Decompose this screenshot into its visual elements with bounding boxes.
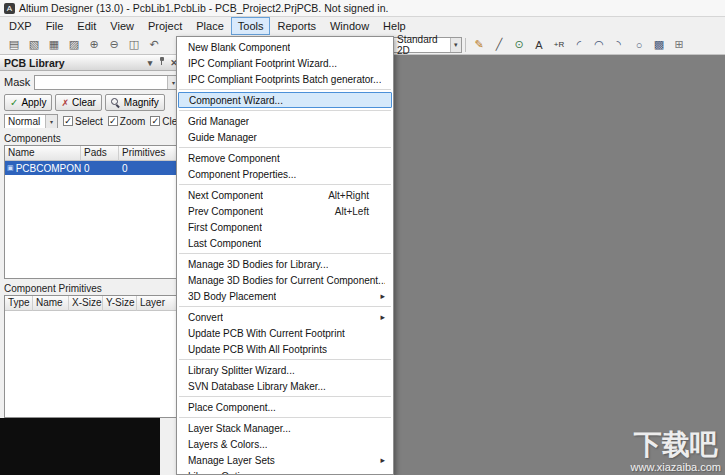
menubar-item-place[interactable]: Place	[189, 17, 231, 35]
save-icon[interactable]: ▦	[44, 37, 64, 53]
clear-button[interactable]: ✗ Clear	[55, 94, 101, 111]
column-header-x-size[interactable]: X-Size	[69, 296, 103, 311]
window-titlebar[interactable]: A Altium Designer (13.0) - PcbLib1.PcbLi…	[0, 0, 725, 17]
mask-input[interactable]: ▾	[34, 75, 180, 90]
menu-item-label: Update PCB With Current Footprint	[188, 328, 345, 339]
arc-center-tool-icon[interactable]: ◠	[589, 37, 609, 53]
menu-separator	[179, 396, 391, 397]
menu-item-ipc-compliant-footprints-batch-generator[interactable]: IPC Compliant Footprints Batch generator…	[177, 71, 393, 87]
menu-item-shortcut: Alt+Left	[335, 206, 385, 217]
column-header-primitives[interactable]: Primitives	[119, 146, 179, 161]
menu-item-guide-manager[interactable]: Guide Manager	[177, 129, 393, 145]
menu-item-next-component[interactable]: Next ComponentAlt+Right	[177, 187, 393, 203]
line-tool-icon[interactable]: ╱	[489, 37, 509, 53]
panel-header: PCB Library ▾ ✕	[0, 55, 184, 71]
checkbox-group: ✓Select✓Zoom✓Clear Existing	[63, 116, 180, 127]
watermark-text: 下载吧	[631, 430, 721, 461]
checkbox-icon: ✓	[108, 116, 118, 126]
pencil-icon[interactable]: ✎	[469, 37, 489, 53]
text-tool-icon[interactable]: A	[529, 37, 549, 53]
full-circle-tool-icon[interactable]: ○	[629, 37, 649, 53]
checkbox-select[interactable]: ✓Select	[63, 116, 103, 127]
print-icon[interactable]: ▨	[64, 37, 84, 53]
menu-item-update-pcb-with-all-footprints[interactable]: Update PCB With All Footprints	[177, 341, 393, 357]
menu-item-library-splitter-wizard[interactable]: Library Splitter Wizard...	[177, 362, 393, 378]
designator-tool-icon[interactable]: +R	[549, 37, 569, 53]
menu-separator	[179, 89, 391, 90]
menu-item-svn-database-library-maker[interactable]: SVN Database Library Maker...	[177, 378, 393, 394]
menu-item-last-component[interactable]: Last Component	[177, 235, 393, 251]
menubar-item-dxp[interactable]: DXP	[2, 17, 39, 35]
menu-item-first-component[interactable]: First Component	[177, 219, 393, 235]
components-list-header: Name Pads Primitives	[5, 146, 179, 161]
menubar-item-view[interactable]: View	[103, 17, 141, 35]
column-header-type[interactable]: Type	[5, 296, 33, 311]
menubar-item-reports[interactable]: Reports	[270, 17, 323, 35]
zoom-out-icon[interactable]: ⊖	[104, 37, 124, 53]
menubar-item-window[interactable]: Window	[323, 17, 376, 35]
menu-separator	[179, 359, 391, 360]
menu-item-component-wizard[interactable]: Component Wizard...	[178, 92, 392, 108]
magnify-button[interactable]: Magnify	[105, 94, 165, 111]
column-header-pads[interactable]: Pads	[81, 146, 119, 161]
component-name-cell: ▣PCBCOMPONENT_	[5, 163, 81, 174]
check-icon: ✓	[10, 97, 18, 108]
arc-edge-tool-icon[interactable]: ◜	[569, 37, 589, 53]
menu-item-3d-body-placement[interactable]: 3D Body Placement▸	[177, 288, 393, 304]
column-header-y-size[interactable]: Y-Size	[103, 296, 137, 311]
submenu-arrow-icon: ▸	[380, 312, 385, 322]
menu-item-manage-3d-bodies-for-current-component[interactable]: Manage 3D Bodies for Current Component..…	[177, 272, 393, 288]
menubar-item-project[interactable]: Project	[141, 17, 189, 35]
magnify-button-label: Magnify	[124, 97, 159, 108]
menu-item-ipc-compliant-footprint-wizard[interactable]: IPC Compliant Footprint Wizard...	[177, 55, 393, 71]
fit-document-icon[interactable]: ◫	[124, 37, 144, 53]
components-list: Name Pads Primitives ▣PCBCOMPONENT_00	[4, 145, 180, 279]
menu-item-label: New Blank Component	[188, 42, 290, 53]
menu-item-new-blank-component[interactable]: New Blank Component	[177, 39, 393, 55]
menu-item-place-component[interactable]: Place Component...	[177, 399, 393, 415]
zoom-in-icon[interactable]: ⊕	[84, 37, 104, 53]
pad-tool-icon[interactable]: ⊙	[509, 37, 529, 53]
menu-item-manage-layer-sets[interactable]: Manage Layer Sets▸	[177, 452, 393, 468]
menu-item-manage-3d-bodies-for-library[interactable]: Manage 3D Bodies for Library...	[177, 256, 393, 272]
pin-icon[interactable]	[156, 56, 168, 69]
menu-item-prev-component[interactable]: Prev ComponentAlt+Left	[177, 203, 393, 219]
menu-item-layer-stack-manager[interactable]: Layer Stack Manager...	[177, 420, 393, 436]
menu-item-convert[interactable]: Convert▸	[177, 309, 393, 325]
checkbox-zoom[interactable]: ✓Zoom	[108, 116, 146, 127]
watermark-url: www.xiazaiba.com	[631, 461, 721, 473]
menu-item-label: Next Component	[188, 190, 263, 201]
menubar-item-edit[interactable]: Edit	[70, 17, 103, 35]
menu-item-remove-component[interactable]: Remove Component	[177, 150, 393, 166]
open-document-icon[interactable]: ▧	[24, 37, 44, 53]
menu-item-library-options[interactable]: Library Options...	[177, 468, 393, 475]
menu-item-label: Guide Manager	[188, 132, 257, 143]
menubar-item-help[interactable]: Help	[376, 17, 413, 35]
grid-manager-icon[interactable]: ⊞	[669, 37, 689, 53]
view-mode-select[interactable]: Standard 2D ▾	[392, 37, 462, 53]
menu-separator	[179, 417, 391, 418]
pcb-library-panel: PCB Library ▾ ✕ Mask ▾ ✓ Apply ✗ Clear	[0, 55, 185, 475]
column-header-layer[interactable]: Layer	[137, 296, 179, 311]
apply-button[interactable]: ✓ Apply	[4, 94, 52, 111]
column-header-name[interactable]: Name	[33, 296, 69, 311]
chevron-down-icon[interactable]: ▾	[144, 58, 156, 68]
new-document-icon[interactable]: ▤	[4, 37, 24, 53]
undo-icon[interactable]: ↶	[144, 37, 164, 53]
menu-item-label: Update PCB With All Footprints	[188, 344, 327, 355]
menu-item-grid-manager[interactable]: Grid Manager	[177, 113, 393, 129]
toolbar-separator	[465, 38, 466, 52]
column-header-name[interactable]: Name	[5, 146, 81, 161]
menu-item-update-pcb-with-current-footprint[interactable]: Update PCB With Current Footprint	[177, 325, 393, 341]
menubar-item-tools[interactable]: Tools	[231, 17, 271, 35]
primitives-list-header: Type Name X-Size Y-Size Layer	[5, 296, 179, 311]
menu-item-layers-colors[interactable]: Layers & Colors...	[177, 436, 393, 452]
display-mode-select[interactable]: Normal ▾	[4, 114, 58, 128]
menu-item-component-properties[interactable]: Component Properties...	[177, 166, 393, 182]
fill-tool-icon[interactable]: ▩	[649, 37, 669, 53]
menubar-item-file[interactable]: File	[39, 17, 71, 35]
toolbar-left-icons: ▤▧▦▨⊕⊖◫↶	[4, 37, 164, 53]
arc-any-angle-tool-icon[interactable]: ◝	[609, 37, 629, 53]
component-row[interactable]: ▣PCBCOMPONENT_00	[5, 161, 179, 175]
menu-separator	[179, 306, 391, 307]
